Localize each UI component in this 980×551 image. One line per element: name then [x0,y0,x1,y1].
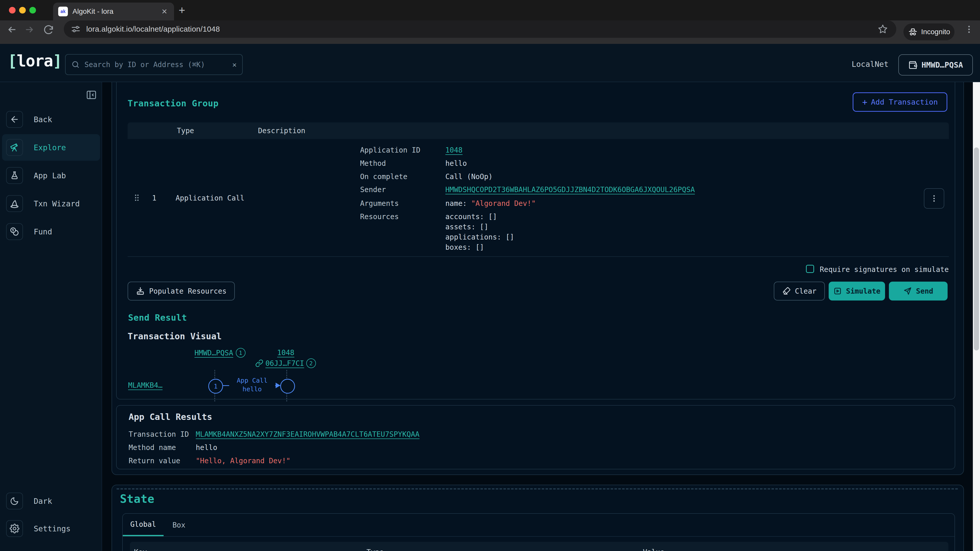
resource-applications: applications: [] [445,233,514,241]
txn-table-row[interactable]: 1 Application Call Application ID 1048 M… [127,139,949,257]
sidebar-collapse-icon[interactable] [86,89,97,100]
state-title: State [120,492,154,505]
method-name-value: hello [196,443,217,452]
require-signatures-label: Require signatures on simulate [820,265,949,274]
link-chain-icon [255,359,263,367]
node-index: 1 [213,383,218,390]
group-badge: 2 [306,359,316,368]
edge-label: App Call hello [229,376,275,394]
lora-logo[interactable]: [lora] [8,52,62,70]
visual-sender-header[interactable]: HMWD…PQSA 1 [194,348,245,358]
send-plane-icon [903,287,912,295]
application-id-link[interactable]: 1048 [445,146,463,154]
tab-close-icon[interactable]: ✕ [160,7,169,16]
method-value: hello [445,159,467,168]
add-transaction-label: Add Transaction [871,98,938,106]
edge-label-type: App Call [232,376,272,385]
tab-box-label: Box [172,521,186,529]
transaction-visual-title: Transaction Visual [127,331,221,341]
sidebar-item-label: Settings [34,524,71,533]
visual-group-header[interactable]: 06JJ…F7CI 2 [255,359,316,368]
tab-global-label: Global [130,520,156,529]
network-selector[interactable]: LocalNet [852,60,889,68]
app-header: [lora] Search by ID or Address (⌘K) ✕ Lo… [0,44,980,82]
search-icon [71,60,80,69]
browser-tab[interactable]: ak AlgoKit - lora ✕ [53,3,174,21]
column-type: Type [366,548,383,551]
browser-menu-icon[interactable] [964,24,974,34]
forward-icon[interactable] [24,24,35,35]
txn-target-node[interactable] [280,379,295,394]
row-menu-button[interactable] [924,188,944,209]
screen: ak AlgoKit - lora ✕ + lora.algokit.io/lo… [0,0,980,551]
tab-favicon: ak [58,6,68,16]
clear-button[interactable]: Clear [774,282,825,300]
group-link[interactable]: 06JJ…F7CI [266,359,304,368]
txn-type: Application Call [176,194,245,202]
incognito-icon [908,27,918,37]
sidebar-item-explore[interactable]: Explore [2,134,100,161]
simulate-button[interactable]: Simulate [829,282,885,300]
url-bar[interactable]: lora.algokit.io/localnet/application/104… [64,21,896,38]
reload-icon[interactable] [43,24,54,35]
app-lane-link[interactable]: 1048 [277,348,294,357]
logo-bracket-open: [ [8,52,17,70]
column-key: Key [134,548,147,551]
arguments-value: name: "Algorand Dev!" [445,199,536,208]
txn-row-link[interactable]: MLAMKB4… [128,381,162,389]
sidebar-item-label: Dark [34,497,52,506]
tab-global[interactable]: Global [123,514,164,536]
drag-handle-icon[interactable] [132,193,142,202]
sidebar-item-theme-toggle[interactable]: Dark [2,488,100,514]
sidebar-item-settings[interactable]: Settings [2,515,100,542]
add-transaction-button[interactable]: + Add Transaction [853,92,947,112]
page-scrollbar-thumb[interactable] [974,148,979,351]
sidebar-item-label: Fund [34,227,52,236]
sidebar-item-label: Explore [34,143,66,152]
sender-address-link[interactable]: HMWDSHQCOPD2T36WBAHLAZ6PO5GDJJZBN4D2TODK… [445,186,695,194]
tab-box[interactable]: Box [164,514,194,536]
gear-icon [6,520,23,537]
moon-icon [6,492,23,510]
coins-icon [6,223,23,240]
send-result-title: Send Result [128,313,187,323]
populate-resources-button[interactable]: Populate Resources [127,282,235,300]
browser-tab-strip: ak AlgoKit - lora ✕ + [0,0,980,21]
require-signatures-checkbox[interactable] [806,265,814,273]
argument-key: name: [445,199,471,208]
wallet-icon [908,60,918,70]
populate-resources-label: Populate Resources [149,287,226,295]
column-value: Value [643,548,664,551]
clear-label: Clear [795,287,816,295]
return-value: "Hello, Algorand Dev!" [196,457,290,465]
wallet-button[interactable]: HMWD…PQSA [898,54,973,76]
app-call-results-title: App Call Results [129,412,212,422]
sidebar-item-fund[interactable]: Fund [2,218,100,245]
send-button[interactable]: Send [889,282,948,300]
transaction-id-link[interactable]: MLAMKB4ANXZ5NA2XY7ZNF3EAIROHVWPAB4A7CLT6… [196,430,420,438]
sidebar-item-back[interactable]: Back [2,106,100,133]
window-close-button[interactable] [9,7,16,14]
sender-lane-link[interactable]: HMWD…PQSA [194,349,233,357]
bookmark-star-icon[interactable] [877,24,888,35]
sidebar-item-label: Back [34,115,52,124]
site-settings-icon[interactable] [70,24,81,34]
url-text: lora.algokit.io/localnet/application/104… [86,25,220,33]
window-minimize-button[interactable] [19,7,26,14]
return-value-label: Return value [129,457,180,465]
flask-icon [6,167,23,184]
new-tab-button[interactable]: + [179,5,185,16]
tab-title: AlgoKit - lora [73,7,160,16]
arrow-left-icon [6,111,23,128]
txn-source-node[interactable]: 1 [208,379,223,394]
send-label: Send [916,287,933,295]
state-tab-bar: Global Box [123,514,955,537]
sidebar-item-app-lab[interactable]: App Lab [2,162,100,189]
search-clear-icon[interactable]: ✕ [232,60,237,69]
field-label: Sender [360,186,386,194]
search-input[interactable]: Search by ID or Address (⌘K) ✕ [65,54,243,75]
argument-string: "Algorand Dev!" [471,199,536,208]
sidebar-item-txn-wizard[interactable]: Txn Wizard [2,190,100,217]
window-zoom-button[interactable] [29,7,36,14]
search-placeholder: Search by ID or Address (⌘K) [84,60,232,69]
